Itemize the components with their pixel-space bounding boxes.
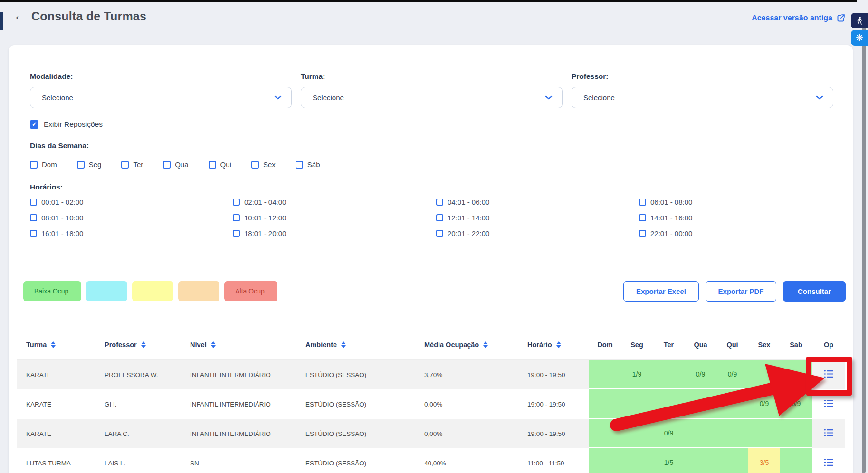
- turma-label: Turma:: [301, 72, 325, 81]
- checkbox-icon[interactable]: [639, 230, 646, 237]
- checkbox-icon[interactable]: [163, 161, 171, 169]
- back-arrow-icon[interactable]: ←: [13, 9, 26, 23]
- weekday-checkbox-sáb[interactable]: Sáb: [296, 161, 320, 169]
- cell-media-ocupacao: 0,00%: [424, 401, 527, 408]
- occupancy-cell-qua: 0/9: [685, 360, 716, 389]
- turma-select[interactable]: Selecione: [301, 87, 563, 108]
- export-pdf-button[interactable]: Exportar PDF: [706, 281, 776, 302]
- checkbox-icon[interactable]: [209, 161, 216, 169]
- checkbox-icon[interactable]: [436, 199, 443, 206]
- occupancy-cell-sex: [748, 419, 780, 448]
- page-scrollbar[interactable]: [862, 13, 866, 473]
- hour-range-checkbox[interactable]: 04:01 - 06:00: [436, 198, 639, 206]
- occupancy-cell-sab: [780, 419, 812, 448]
- consult-button[interactable]: Consultar: [783, 281, 846, 302]
- hour-range-checkbox[interactable]: 06:01 - 08:00: [639, 198, 838, 206]
- row-actions-button[interactable]: [822, 427, 835, 440]
- checkbox-icon[interactable]: [30, 199, 37, 206]
- dias-da-semana-label: Dias da Semana:: [30, 142, 89, 150]
- hour-range-checkbox[interactable]: 12:01 - 14:00: [436, 214, 639, 222]
- weekday-label: Seg: [89, 161, 102, 169]
- hour-range-checkbox[interactable]: 00:01 - 02:00: [30, 198, 233, 206]
- accessibility-widget-button[interactable]: [851, 13, 868, 28]
- hour-range-label: 18:01 - 20:00: [244, 229, 286, 237]
- checkbox-icon[interactable]: [436, 214, 443, 221]
- column-header-horario[interactable]: Horário: [527, 341, 589, 349]
- hour-range-checkbox[interactable]: 10:01 - 12:00: [233, 214, 436, 222]
- cell-media-ocupacao: 0,00%: [424, 430, 527, 437]
- sort-icon[interactable]: [51, 341, 56, 348]
- sort-icon[interactable]: [211, 341, 216, 348]
- column-header-sex: Sex: [748, 341, 780, 349]
- checkbox-icon[interactable]: [251, 161, 259, 169]
- checkbox-icon[interactable]: [233, 214, 240, 221]
- table-header-row: TurmaProfessorNívelAmbienteMédia Ocupaçã…: [17, 330, 845, 360]
- sort-icon[interactable]: [141, 341, 146, 348]
- legend-label: Baixa Ocup.: [34, 287, 70, 295]
- checkbox-icon[interactable]: [30, 230, 37, 237]
- hour-range-label: 02:01 - 04:00: [244, 198, 286, 206]
- exibir-reposicoes-checkbox-row[interactable]: Exibir Reposições: [30, 120, 103, 129]
- weekday-checkbox-seg[interactable]: Seg: [77, 161, 102, 169]
- sort-icon[interactable]: [341, 341, 346, 348]
- column-header-nivel[interactable]: Nível: [190, 341, 305, 349]
- top-black-bar: [0, 0, 857, 2]
- cell-turma: KARATE: [26, 430, 105, 437]
- hour-range-checkbox[interactable]: 22:01 - 00:00: [639, 229, 838, 237]
- cell-horario: 19:00 - 19:50: [527, 401, 589, 408]
- hour-range-checkbox[interactable]: 08:01 - 10:00: [30, 214, 233, 222]
- weekday-checkbox-ter[interactable]: Ter: [121, 161, 143, 169]
- hour-range-label: 04:01 - 06:00: [448, 198, 489, 206]
- checkbox-icon[interactable]: [233, 230, 240, 237]
- checkbox-icon[interactable]: [436, 230, 443, 237]
- occupancy-cell-dom: [589, 360, 621, 389]
- cell-nivel: INFANTIL INTERMEDIÁRIO: [190, 401, 305, 408]
- weekday-label: Sáb: [307, 161, 320, 169]
- cell-professor: GI I.: [105, 401, 190, 408]
- weekday-checkbox-dom[interactable]: Dom: [30, 161, 57, 169]
- checkbox-icon[interactable]: [639, 199, 646, 206]
- legend-swatch-cyan: [86, 281, 127, 301]
- hour-range-checkbox[interactable]: 20:01 - 22:00: [436, 229, 639, 237]
- modalidade-select[interactable]: Selecione: [30, 87, 292, 108]
- checkbox-icon[interactable]: [233, 199, 240, 206]
- hour-range-checkbox[interactable]: 18:01 - 20:00: [233, 229, 436, 237]
- table-row: KARATELARA C.INFANTIL INTERMEDIÁRIOESTÚD…: [17, 419, 845, 448]
- checkbox-icon[interactable]: [30, 161, 38, 169]
- column-header-turma[interactable]: Turma: [26, 341, 105, 349]
- sort-icon[interactable]: [556, 341, 561, 348]
- old-version-link[interactable]: Acessar versão antiga: [752, 14, 845, 22]
- checkbox-icon[interactable]: [121, 161, 129, 169]
- hour-range-checkbox[interactable]: 02:01 - 04:00: [233, 198, 436, 206]
- occupancy-cell-seg: [621, 419, 653, 448]
- legend-low-occupancy: Baixa Ocup.: [23, 281, 81, 301]
- weekday-checkbox-qui[interactable]: Qui: [209, 161, 231, 169]
- cell-horario: 11:00 - 11:59: [527, 460, 589, 467]
- professor-select[interactable]: Selecione: [572, 87, 833, 108]
- hour-range-checkbox[interactable]: 16:01 - 18:00: [30, 229, 233, 237]
- chatgpt-icon: ❋: [856, 32, 863, 43]
- chatgpt-widget-button[interactable]: ❋: [851, 30, 868, 46]
- column-header-media-ocupacao[interactable]: Média Ocupação: [424, 341, 527, 349]
- checkbox-icon[interactable]: [296, 161, 303, 169]
- export-excel-button[interactable]: Exportar Excel: [623, 281, 699, 302]
- occupancy-cell-ter: 1/5: [653, 448, 685, 473]
- modalidade-label: Modalidade:: [30, 72, 73, 81]
- row-actions-button[interactable]: [822, 397, 835, 411]
- cell-nivel: INFANTIL INTERMEDIÁRIO: [190, 371, 305, 378]
- weekday-checkbox-row: DomSegTerQuaQuiSexSáb: [30, 161, 320, 169]
- row-actions-button[interactable]: [822, 456, 835, 470]
- weekday-checkbox-qua[interactable]: Qua: [163, 161, 188, 169]
- column-header-professor[interactable]: Professor: [105, 341, 190, 349]
- column-header-ambiente[interactable]: Ambiente: [305, 341, 424, 349]
- chevron-down-icon: [274, 95, 282, 100]
- hour-range-checkbox[interactable]: 14:01 - 16:00: [639, 214, 838, 222]
- filters-card: Modalidade: Turma: Professor: Selecione …: [9, 45, 853, 473]
- legend-label: Alta Ocup.: [235, 287, 266, 295]
- sort-icon[interactable]: [483, 341, 488, 348]
- checkbox-icon[interactable]: [30, 214, 37, 221]
- exibir-reposicoes-checkbox[interactable]: [30, 120, 38, 129]
- checkbox-icon[interactable]: [639, 214, 646, 221]
- checkbox-icon[interactable]: [77, 161, 85, 169]
- weekday-checkbox-sex[interactable]: Sex: [251, 161, 276, 169]
